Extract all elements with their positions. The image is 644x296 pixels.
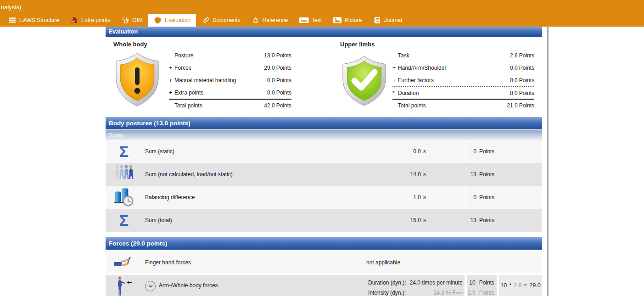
intensity-points: 2.9Points bbox=[467, 289, 494, 296]
row-unit: Points bbox=[276, 52, 291, 59]
row-prefix: + bbox=[169, 65, 174, 71]
tab-label: Extra points bbox=[81, 17, 110, 23]
ok-shield-icon bbox=[341, 55, 388, 108]
row-label: Sum (total) bbox=[145, 209, 172, 232]
upper-limbs-points-table: Task 2.6Points + Hand/Arm/Shoulder 0.0Po… bbox=[392, 49, 534, 112]
points-value: 0 bbox=[454, 148, 476, 155]
sums-subheader: Sums bbox=[106, 130, 542, 140]
total-label: Total points bbox=[174, 102, 264, 109]
balancing-clock-icon bbox=[113, 186, 135, 209]
section-header-label: Evaluation bbox=[109, 28, 138, 35]
row-prefix: * bbox=[392, 90, 398, 96]
tab-extra-points[interactable]: Extra points bbox=[65, 14, 116, 27]
expand-toggle[interactable] bbox=[145, 281, 156, 291]
table-row: Sum (not calculated, load/not static) 14… bbox=[106, 163, 542, 186]
tab-label: Journal bbox=[384, 17, 402, 23]
tab-oim[interactable]: OIM bbox=[116, 14, 148, 27]
tab-documents[interactable]: Documents bbox=[196, 14, 246, 27]
abc-icon-text: abc bbox=[301, 19, 307, 23]
people-sequence-icon bbox=[113, 163, 135, 186]
points-unit: Points bbox=[479, 217, 494, 223]
intensity-value: 24.6 % Fmax bbox=[390, 289, 463, 296]
duration-value: 24.0 times per minute bbox=[390, 279, 463, 287]
tab-journal[interactable]: Journal bbox=[367, 14, 407, 27]
tab-label: Picture bbox=[345, 17, 362, 23]
row-prefix: + bbox=[392, 65, 398, 71]
row-label: Forces bbox=[174, 65, 264, 71]
total-value: 42.0 bbox=[264, 102, 274, 109]
tab-text[interactable]: abc Text bbox=[293, 14, 327, 27]
seconds-value: 0.0 bbox=[413, 148, 421, 155]
row-label: Extra points bbox=[174, 89, 267, 96]
section-header-label: Forces (29.0 points) bbox=[109, 240, 168, 247]
points-unit: Points bbox=[479, 194, 494, 201]
row-label: Manual material handling bbox=[174, 77, 267, 84]
row-unit: Points bbox=[519, 65, 534, 71]
table-row: Σ Sum (total) 15.0s 13Points bbox=[106, 209, 542, 232]
row-value: 0.0 bbox=[267, 77, 275, 84]
tab-eaws-structure[interactable]: EAWS Structure bbox=[3, 14, 65, 27]
seconds-unit: s bbox=[423, 194, 426, 201]
recycle-icon bbox=[252, 16, 260, 24]
total-row: Total points 42.0Points bbox=[169, 99, 291, 112]
stethoscope-icon bbox=[121, 16, 129, 24]
row-unit: Points bbox=[519, 77, 534, 84]
row-prefix: + bbox=[392, 77, 398, 84]
ribbon-toolbar: EAWS Structure Extra points OIM Evaluati… bbox=[0, 14, 644, 27]
row-prefix: + bbox=[169, 89, 174, 96]
table-row: Balancing difference 1.0s 0Points bbox=[106, 186, 542, 209]
whole-body-title: Whole body bbox=[113, 41, 147, 48]
row-value: 0.0 bbox=[510, 77, 518, 84]
seconds-unit: s bbox=[423, 148, 426, 155]
points-row: Task 2.6Points bbox=[392, 49, 534, 61]
formula-result: 29.0 bbox=[529, 282, 540, 289]
formula-approx: ≈ bbox=[524, 282, 527, 289]
row-label: Sum (not calculated, load/not static) bbox=[145, 163, 233, 186]
vertical-scrollbar[interactable] bbox=[547, 26, 549, 296]
formula-a: 10 bbox=[500, 282, 507, 289]
row-label: Posture bbox=[174, 52, 264, 59]
seconds-value: 14.0 bbox=[410, 171, 421, 178]
section-header-forces: Forces (29.0 points) bbox=[106, 237, 542, 250]
journal-icon bbox=[373, 16, 381, 24]
chevron-down-icon bbox=[148, 284, 153, 289]
tab-label: Documents bbox=[213, 17, 241, 23]
points-row: + Hand/Arm/Shoulder 0.0Points bbox=[392, 61, 534, 74]
tab-reference[interactable]: Reference bbox=[246, 14, 293, 27]
points-value: 13 bbox=[454, 171, 476, 178]
section-header-label: Body postures (13.0 points) bbox=[109, 120, 190, 127]
title-bar: nalysis) bbox=[0, 0, 644, 14]
table-row[interactable]: Arm-/Whole body forces Duration (dyn.): … bbox=[106, 275, 542, 296]
row-value: not applicable bbox=[366, 251, 400, 273]
picture-icon bbox=[333, 16, 342, 24]
row-label: Arm-/Whole body forces bbox=[159, 275, 218, 296]
points-row: Posture 13.0Points bbox=[169, 49, 291, 61]
seconds-value: 15.0 bbox=[410, 217, 421, 223]
subheader-label: Sums bbox=[109, 132, 123, 139]
total-unit: Points bbox=[276, 102, 291, 109]
formula-operator: * bbox=[509, 282, 511, 289]
points-unit: Points bbox=[479, 148, 494, 155]
abc-icon: abc bbox=[299, 16, 309, 24]
duration-points: 10Points bbox=[467, 279, 494, 287]
tab-evaluation[interactable]: Evaluation bbox=[148, 14, 196, 27]
row-value: 2.6 bbox=[510, 52, 518, 59]
row-label: Task bbox=[398, 52, 510, 59]
whole-body-points-table: Posture 13.0Points + Forces 29.0Points +… bbox=[169, 49, 291, 112]
finger-hand-icon bbox=[113, 251, 135, 273]
tab-picture[interactable]: Picture bbox=[327, 14, 367, 27]
points-row: + Manual material handling 0.0Points bbox=[169, 74, 291, 86]
warning-shield-icon bbox=[114, 51, 161, 109]
row-unit: Points bbox=[519, 52, 534, 59]
row-unit: Points bbox=[276, 89, 291, 96]
row-label: Balancing difference bbox=[145, 186, 195, 209]
row-value: 0.0 bbox=[267, 89, 275, 96]
section-header-body-postures: Body postures (13.0 points) bbox=[106, 117, 542, 129]
points-value: 0 bbox=[454, 194, 476, 201]
app-window: nalysis) EAWS Structure Extra points OIM bbox=[0, 0, 644, 296]
row-value: 8.0 bbox=[510, 90, 518, 96]
row-label: Sum (static) bbox=[145, 140, 174, 163]
pulling-person-icon bbox=[113, 275, 135, 296]
row-unit: Points bbox=[276, 65, 291, 71]
upper-limbs-title: Upper limbs bbox=[340, 41, 375, 48]
